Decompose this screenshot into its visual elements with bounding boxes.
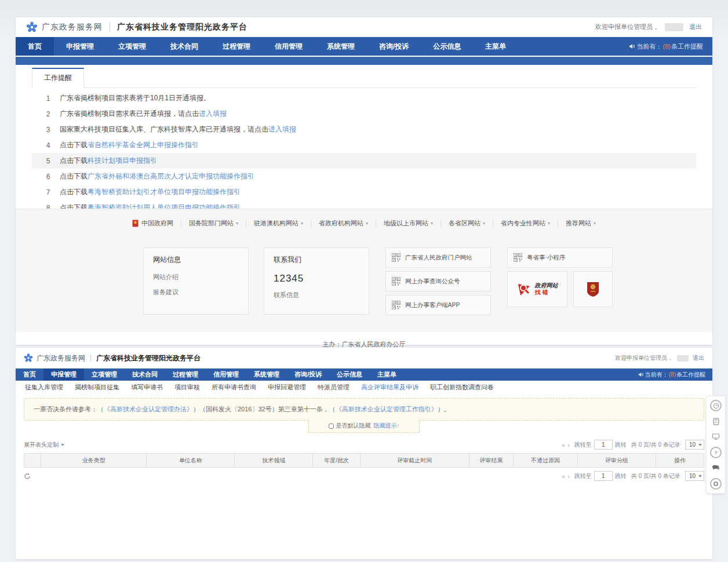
enter-filing-link[interactable]: 进入填报 — [199, 109, 227, 119]
reminder-item: 1广东省揭榜制项目需求表将于10月1日开通填报。 — [32, 90, 696, 106]
footer-link-provinces[interactable]: 各省区网站▾ — [441, 219, 493, 228]
reminder-item: 2广东省揭榜制项目需求表已开通填报，请点击 进入填报 — [32, 106, 696, 122]
nav-item-credit[interactable]: 信用管理 — [206, 368, 246, 381]
gd-gov-logo-icon — [24, 353, 33, 363]
mini-program-link[interactable]: 粤省事·小程序 — [507, 247, 613, 268]
refresh-button[interactable] — [24, 473, 31, 480]
submenu-item-audit[interactable]: 项目审核 — [169, 383, 206, 392]
nav-item-home[interactable]: 首页 — [16, 368, 43, 381]
monitor-icon[interactable] — [710, 431, 722, 443]
footer-link-professional[interactable]: 省内专业性网站▾ — [493, 219, 558, 228]
download-guide-link[interactable]: 省自然科学基金全网上申报操作指引 — [88, 140, 199, 150]
gauge-icon[interactable] — [710, 400, 722, 411]
submenu-item-survey[interactable]: 职工创新指数调查问卷 — [424, 383, 500, 392]
reminder-item: 7点击下载粤海智桥资助计划引才单位项目申报功能操作指引 — [32, 184, 696, 200]
nav-item-project[interactable]: 立项管理 — [106, 37, 158, 56]
site-intro-link[interactable]: 网站介绍 — [153, 273, 239, 282]
submenu-item-review-result[interactable]: 高企评审结果及申诉 — [355, 383, 424, 392]
page-size-select[interactable]: 10 — [685, 471, 704, 481]
nav-item-contract[interactable]: 技术合同 — [158, 37, 210, 56]
logout-link[interactable]: 退出 — [689, 23, 702, 31]
page-number-input[interactable] — [594, 440, 613, 450]
nav-item-publicity[interactable]: 公示信息 — [421, 37, 473, 56]
footer-link-hkmo[interactable]: 驻港澳机构网站▾ — [246, 219, 311, 228]
welcome-text: 欢迎申报单位管理员， — [615, 354, 673, 362]
nav-item-mainmenu[interactable]: 主菜单 — [473, 37, 518, 56]
download-guide-link[interactable]: 粤海智桥资助计划引才单位项目申报功能操作指引 — [88, 187, 241, 197]
expand-header-custom-link[interactable]: 展开表头定制 — [24, 441, 64, 449]
qr-app-link[interactable]: 网上办事客户端APP — [385, 295, 491, 315]
reminder-item: 6点击下载广东省外籍和港澳台高层次人才认定申报功能操作指引 — [32, 169, 696, 184]
col-actions[interactable]: 操作 — [656, 454, 704, 467]
nav-item-contract[interactable]: 技术合同 — [125, 368, 165, 381]
nav-item-mainmenu[interactable]: 主菜单 — [370, 368, 404, 381]
first-page-button[interactable]: « — [562, 441, 565, 448]
footer-link-china-gov[interactable]: 中国政府网 — [125, 219, 181, 228]
work-reminder-alert[interactable]: 当前有：(8)条工作提醒 — [638, 371, 712, 379]
submenu-item-fill-form[interactable]: 填写申请书 — [125, 383, 169, 392]
nav-item-publicity[interactable]: 公示信息 — [329, 368, 370, 381]
tab-work-reminder[interactable]: 工作提醒 — [32, 68, 84, 88]
platform-title: 广东省科技业务管理阳光政务平台 — [117, 22, 247, 32]
qr-wechat-link[interactable]: 网上办事查询公众号 — [385, 271, 491, 291]
col-year-batch[interactable]: 年度/批次 — [313, 454, 361, 467]
submenu-item-collection[interactable]: 征集入库管理 — [19, 383, 69, 392]
nav-item-declare[interactable]: 申报管理 — [54, 37, 106, 56]
col-review-deadline[interactable]: 评审截止时间 — [361, 454, 469, 467]
col-business-type[interactable]: 业务类型 — [41, 454, 147, 467]
prev-page-button[interactable]: ‹ — [567, 473, 570, 480]
chat-icon[interactable] — [710, 462, 722, 474]
hide-tip-link[interactable]: 隐藏提示↑ — [374, 422, 400, 430]
brand-name[interactable]: 广东政务服务网 — [42, 22, 103, 32]
nav-item-declare[interactable]: 申报管理 — [43, 368, 84, 381]
nav-item-process[interactable]: 过程管理 — [165, 368, 206, 381]
question-icon[interactable]: ? — [710, 447, 722, 458]
footer-link-recommended[interactable]: 推荐网站▾ — [558, 219, 603, 228]
col-fail-reason[interactable]: 不通过原因 — [514, 454, 578, 467]
download-guide-link[interactable]: 科技计划项目申报指引 — [88, 156, 157, 166]
page-number-input[interactable] — [594, 471, 613, 481]
measures-doc-link[interactable]: 《高新技术企业认定管理办法》 — [104, 406, 193, 413]
footer-link-state-council[interactable]: 国务院部门网站▾ — [181, 219, 246, 228]
chevron-down-icon — [698, 475, 702, 477]
circle-icon[interactable] — [710, 478, 722, 490]
submenu-item-avoidance[interactable]: 申报回避管理 — [262, 383, 312, 392]
footer-link-prov-org[interactable]: 省政府机构网站▾ — [311, 219, 376, 228]
item-number: 2 — [40, 110, 56, 118]
nav-item-system[interactable]: 系统管理 — [246, 368, 287, 381]
service-suggestion-link[interactable]: 服务建议 — [153, 288, 239, 297]
submenu-item-jiebang[interactable]: 揭榜制项目征集 — [69, 383, 125, 392]
hide-default-checkbox[interactable] — [329, 424, 334, 429]
col-review-group[interactable]: 评审分组 — [578, 454, 656, 467]
nav-item-system[interactable]: 系统管理 — [315, 37, 367, 56]
work-reminder-alert[interactable]: 当前有：(8)条工作提醒 — [629, 42, 712, 51]
brand-name[interactable]: 广东政务服务网 — [37, 353, 85, 363]
nav-item-project[interactable]: 立项管理 — [84, 368, 125, 381]
submenu-item-envoy[interactable]: 特派员管理 — [312, 383, 355, 392]
contact-info-link[interactable]: 联系信息 — [274, 291, 359, 300]
qr-portal-link[interactable]: 广东省人民政府门户网站 — [385, 247, 491, 268]
logout-link[interactable]: 退出 — [693, 354, 704, 362]
footer-link-cities[interactable]: 地级以上市网站▾ — [376, 219, 441, 228]
guideline-doc-link[interactable]: 《高新技术企业认定管理工作指引》 — [336, 406, 438, 413]
calculator-icon[interactable] — [710, 415, 722, 427]
col-unit-name[interactable]: 单位名称 — [147, 454, 235, 467]
submenu-item-query[interactable]: 所有申请书查询 — [206, 383, 262, 392]
bottom-page: 广东政务服务网 广东省科技业务管理阳光政务平台 欢迎申报单位管理员， 退出 首页… — [16, 348, 712, 559]
prev-page-button[interactable]: ‹ — [567, 441, 570, 448]
first-page-button[interactable]: « — [562, 473, 565, 480]
nav-item-process[interactable]: 过程管理 — [210, 37, 263, 56]
download-guide-link[interactable]: 广东省外籍和港澳台高层次人才认定申报功能操作指引 — [88, 171, 254, 181]
nav-item-consult[interactable]: 咨询/投诉 — [287, 368, 329, 381]
col-tech-field[interactable]: 技术领域 — [235, 454, 313, 467]
nav-item-credit[interactable]: 信用管理 — [263, 37, 315, 56]
enter-filing-link[interactable]: 进入填报 — [268, 125, 296, 134]
page-size-select[interactable]: 10 — [685, 440, 704, 450]
nav-item-home[interactable]: 首页 — [16, 37, 54, 56]
find-error-badge[interactable]: 政府网站 找错 — [507, 271, 567, 307]
jump-button[interactable]: 跳转 — [615, 472, 627, 480]
nav-item-consult[interactable]: 咨询/投诉 — [367, 37, 421, 56]
jump-button[interactable]: 跳转 — [615, 441, 627, 449]
col-review-result[interactable]: 评审结果 — [469, 454, 514, 467]
gov-emblem-badge[interactable] — [573, 271, 613, 307]
